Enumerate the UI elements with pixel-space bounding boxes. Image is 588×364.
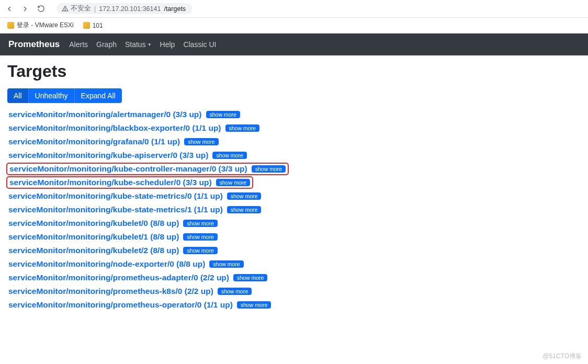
- filter-unhealthy-button[interactable]: Unhealthy: [29, 88, 75, 103]
- browser-nav-buttons: [5, 5, 45, 13]
- address-bar[interactable]: 不安全 | 172.17.20.101:36141/targets: [56, 3, 193, 14]
- forward-icon[interactable]: [21, 5, 29, 13]
- show-more-button[interactable]: show more: [218, 288, 252, 295]
- target-link[interactable]: serviceMonitor/monitoring/node-exporter/…: [8, 259, 205, 269]
- show-more-button[interactable]: show more: [206, 111, 240, 118]
- target-row: serviceMonitor/monitoring/alertmanager/0…: [7, 109, 241, 120]
- target-row: serviceMonitor/monitoring/kube-state-met…: [7, 191, 262, 201]
- show-more-button[interactable]: show more: [225, 124, 259, 132]
- target-link[interactable]: serviceMonitor/monitoring/kube-scheduler…: [9, 178, 212, 187]
- bookmark-item[interactable]: 101: [83, 22, 103, 29]
- bookmark-item[interactable]: 登录 - VMware ESXi: [7, 21, 74, 30]
- nav-help[interactable]: Help: [160, 40, 175, 49]
- back-icon[interactable]: [5, 5, 14, 13]
- show-more-button[interactable]: show more: [216, 179, 250, 186]
- target-link[interactable]: serviceMonitor/monitoring/kubelet/1 (8/8…: [8, 232, 179, 242]
- target-link[interactable]: serviceMonitor/monitoring/prometheus-ada…: [8, 273, 229, 282]
- svg-point-1: [65, 10, 65, 10]
- app-navbar: Prometheus Alerts Graph Status▼ Help Cla…: [0, 33, 588, 55]
- nav-classic-ui[interactable]: Classic UI: [183, 40, 216, 49]
- security-label: 不安全: [71, 4, 91, 13]
- target-row: serviceMonitor/monitoring/kubelet/1 (8/8…: [7, 232, 219, 242]
- target-link[interactable]: serviceMonitor/monitoring/grafana/0 (1/1…: [8, 137, 180, 146]
- target-row: serviceMonitor/monitoring/blackbox-expor…: [7, 123, 261, 133]
- show-more-button[interactable]: show more: [212, 152, 246, 159]
- target-row: serviceMonitor/monitoring/kube-controlle…: [7, 164, 288, 174]
- url-path: /targets: [164, 5, 186, 13]
- browser-toolbar: 不安全 | 172.17.20.101:36141/targets: [0, 0, 588, 18]
- bookmark-label: 登录 - VMware ESXi: [17, 21, 74, 30]
- target-link[interactable]: serviceMonitor/monitoring/kubelet/2 (8/8…: [8, 246, 179, 255]
- nav-alerts[interactable]: Alerts: [69, 40, 88, 49]
- target-link[interactable]: serviceMonitor/monitoring/alertmanager/0…: [8, 110, 202, 119]
- favicon-icon: [83, 22, 90, 29]
- security-warning: 不安全: [62, 4, 91, 13]
- target-link[interactable]: serviceMonitor/monitoring/kube-state-met…: [8, 191, 223, 201]
- reload-icon[interactable]: [37, 5, 45, 13]
- filter-all-button[interactable]: All: [7, 88, 29, 103]
- target-link[interactable]: serviceMonitor/monitoring/blackbox-expor…: [8, 123, 221, 133]
- url-host: 172.17.20.101:36141: [99, 5, 161, 13]
- chevron-down-icon: ▼: [148, 42, 152, 47]
- show-more-button[interactable]: show more: [183, 220, 217, 227]
- show-more-button[interactable]: show more: [237, 301, 271, 309]
- target-row: serviceMonitor/monitoring/prometheus-ope…: [7, 300, 272, 310]
- target-link[interactable]: serviceMonitor/monitoring/prometheus-k8s…: [8, 287, 213, 296]
- filter-bar: All Unhealthy Expand All: [7, 88, 122, 103]
- target-link[interactable]: serviceMonitor/monitoring/kube-state-met…: [8, 205, 223, 214]
- show-more-button[interactable]: show more: [183, 247, 217, 254]
- favicon-icon: [7, 22, 14, 29]
- brand[interactable]: Prometheus: [8, 39, 60, 50]
- show-more-button[interactable]: show more: [233, 274, 267, 281]
- target-link[interactable]: serviceMonitor/monitoring/kubelet/0 (8/8…: [8, 219, 179, 228]
- show-more-button[interactable]: show more: [209, 260, 243, 268]
- bookmarks-bar: 登录 - VMware ESXi 101: [0, 18, 588, 33]
- show-more-button[interactable]: show more: [227, 206, 261, 213]
- target-row: serviceMonitor/monitoring/kube-scheduler…: [7, 177, 252, 188]
- nav-graph[interactable]: Graph: [96, 40, 117, 49]
- show-more-button[interactable]: show more: [252, 165, 286, 173]
- target-row: serviceMonitor/monitoring/prometheus-k8s…: [7, 286, 253, 297]
- target-row: serviceMonitor/monitoring/kube-apiserver…: [7, 150, 248, 161]
- main-content: Targets All Unhealthy Expand All service…: [0, 55, 588, 316]
- target-list: serviceMonitor/monitoring/alertmanager/0…: [7, 109, 581, 310]
- expand-all-button[interactable]: Expand All: [75, 88, 122, 103]
- warning-icon: [62, 5, 69, 12]
- show-more-button[interactable]: show more: [184, 138, 218, 145]
- target-row: serviceMonitor/monitoring/node-exporter/…: [7, 259, 245, 269]
- target-link[interactable]: serviceMonitor/monitoring/kube-apiserver…: [8, 151, 208, 160]
- target-link[interactable]: serviceMonitor/monitoring/kube-controlle…: [9, 164, 247, 174]
- nav-status[interactable]: Status▼: [125, 40, 152, 49]
- target-row: serviceMonitor/monitoring/prometheus-ada…: [7, 272, 268, 283]
- show-more-button[interactable]: show more: [183, 233, 217, 241]
- target-row: serviceMonitor/monitoring/kubelet/2 (8/8…: [7, 245, 219, 256]
- target-row: serviceMonitor/monitoring/kube-state-met…: [7, 204, 262, 215]
- bookmark-label: 101: [93, 22, 103, 29]
- target-row: serviceMonitor/monitoring/kubelet/0 (8/8…: [7, 218, 219, 229]
- target-row: serviceMonitor/monitoring/grafana/0 (1/1…: [7, 136, 220, 147]
- show-more-button[interactable]: show more: [227, 192, 261, 200]
- target-link[interactable]: serviceMonitor/monitoring/prometheus-ope…: [8, 300, 233, 310]
- page-title: Targets: [7, 62, 581, 81]
